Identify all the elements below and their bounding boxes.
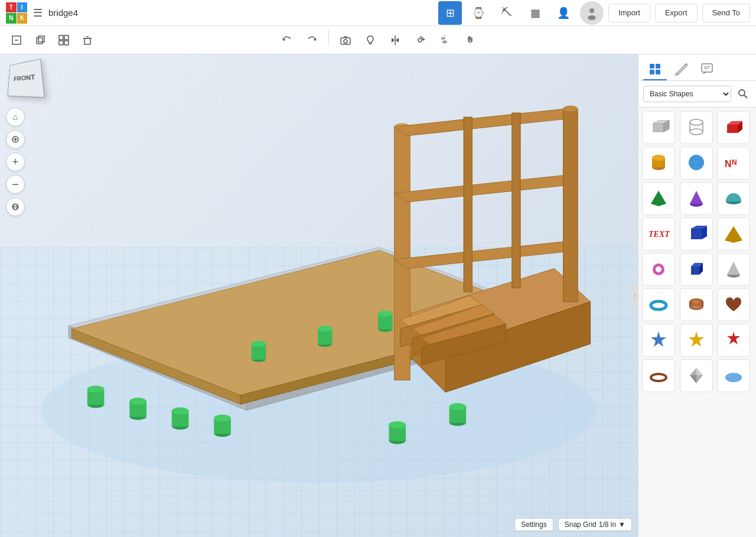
svg-marker-141	[689, 331, 704, 347]
logo-i: I	[17, 2, 28, 13]
collapse-handle[interactable]: ‹	[631, 285, 638, 307]
svg-rect-139	[702, 302, 703, 307]
svg-point-41	[129, 398, 146, 405]
svg-marker-97	[653, 123, 664, 132]
svg-rect-9	[64, 41, 69, 45]
svg-point-100	[690, 119, 703, 125]
delete-button[interactable]	[77, 30, 98, 51]
logo-k: K	[17, 13, 28, 24]
svg-marker-142	[727, 331, 740, 344]
grid-view-button[interactable]: ⊞	[438, 1, 462, 25]
svg-marker-18	[396, 38, 399, 43]
shape-star-red[interactable]	[717, 324, 750, 357]
hand-button[interactable]	[459, 30, 480, 51]
shape-cone-grey[interactable]	[717, 253, 750, 286]
svg-point-137	[692, 300, 700, 304]
svg-marker-132	[727, 262, 740, 275]
svg-point-47	[214, 415, 231, 422]
bulb-button[interactable]	[360, 30, 381, 51]
tab-measure[interactable]	[669, 59, 693, 80]
shape-pyramid-green[interactable]	[642, 182, 675, 215]
shape-text-red[interactable]: TEXT	[642, 217, 675, 250]
shapes-dropdown[interactable]: Basic Shapes	[643, 86, 731, 102]
mirror-button[interactable]	[384, 30, 406, 51]
shape-cone-purple[interactable]	[680, 182, 713, 215]
send-to-button[interactable]: Send To	[702, 4, 750, 22]
user-plus-button[interactable]: 👤	[552, 1, 575, 25]
3d-viewport[interactable]: FRONT ⌂ + −	[0, 54, 638, 537]
secondary-toolbar	[0, 26, 756, 54]
copy-button[interactable]	[30, 30, 51, 51]
shape-star-yellow[interactable]	[680, 324, 713, 357]
svg-marker-71	[395, 109, 578, 136]
export-button[interactable]: Export	[655, 4, 698, 22]
svg-rect-91	[702, 64, 712, 72]
svg-marker-88	[676, 64, 687, 76]
shape-box[interactable]	[642, 111, 675, 144]
shape-pyramid-yellow[interactable]	[717, 217, 750, 250]
svg-rect-21	[441, 37, 445, 40]
shape-half-sphere-teal[interactable]	[717, 182, 750, 215]
align-button[interactable]	[434, 30, 455, 51]
main-area: FRONT ⌂ + −	[0, 54, 756, 537]
shape-star-blue[interactable]	[642, 324, 675, 357]
group-button[interactable]	[53, 30, 74, 51]
svg-text:N: N	[732, 158, 737, 167]
svg-rect-84	[650, 64, 654, 69]
svg-line-89	[676, 73, 677, 74]
project-title[interactable]: bridge4	[48, 8, 78, 18]
shape-cylinder-wire[interactable]	[680, 111, 713, 144]
new-button[interactable]	[6, 30, 27, 51]
snap-grid-arrow[interactable]: ▼	[618, 520, 625, 529]
svg-point-65	[449, 403, 467, 410]
tools-button[interactable]: ⛏	[495, 1, 519, 25]
snap-grid-value: 1/8 in	[599, 520, 616, 529]
svg-rect-77	[512, 113, 520, 288]
svg-point-109	[652, 155, 665, 161]
svg-rect-7	[64, 35, 69, 40]
svg-point-62	[389, 421, 406, 428]
shape-text3d[interactable]: NN	[717, 147, 750, 180]
shapes-grid: NN TEXT	[638, 108, 756, 537]
svg-rect-74	[563, 109, 578, 302]
gallery-button[interactable]: ▦	[523, 1, 547, 25]
shape-torus-pink[interactable]	[642, 253, 675, 286]
shape-prism-blue[interactable]	[680, 217, 713, 250]
svg-point-147	[725, 373, 742, 382]
shape-red-box[interactable]	[717, 111, 750, 144]
svg-rect-8	[59, 41, 63, 45]
shape-tube-brown[interactable]	[680, 288, 713, 321]
shape-ring-brown[interactable]	[642, 359, 675, 392]
rotate-button[interactable]	[409, 30, 431, 51]
shape-gem-grey[interactable]	[680, 359, 713, 392]
svg-marker-72	[395, 175, 578, 202]
redo-button[interactable]	[301, 30, 322, 51]
tab-notes[interactable]	[695, 59, 719, 80]
svg-rect-87	[656, 70, 660, 74]
topbar: T I N K ☰ bridge4 ⊞ ⌚ ⛏ ▦ 👤 Import Expor…	[0, 0, 756, 26]
menu-icon[interactable]: ☰	[33, 6, 43, 19]
shape-torus-blue[interactable]	[642, 288, 675, 321]
shape-lens-blue[interactable]	[717, 359, 750, 392]
undo-button[interactable]	[276, 30, 298, 51]
tab-shapes[interactable]	[643, 59, 667, 80]
search-button[interactable]	[735, 86, 751, 102]
svg-rect-22	[442, 41, 447, 43]
svg-rect-5	[38, 36, 44, 42]
avatar-button[interactable]	[580, 1, 604, 25]
snap-grid-label: Snap Grid	[565, 520, 597, 529]
svg-marker-128	[691, 266, 699, 275]
shape-cube-blue[interactable]	[680, 253, 713, 286]
settings-button[interactable]: Settings	[514, 518, 553, 531]
tinkercad-logo[interactable]: T I N K	[6, 2, 27, 24]
svg-marker-17	[392, 38, 395, 43]
svg-point-127	[656, 266, 662, 272]
shape-sphere[interactable]	[680, 147, 713, 180]
shape-cylinder[interactable]	[642, 147, 675, 180]
shape-heart-brown[interactable]	[717, 288, 750, 321]
activity-button[interactable]: ⌚	[467, 1, 490, 25]
svg-point-44	[172, 407, 189, 414]
camera-button[interactable]	[335, 30, 356, 51]
import-button[interactable]: Import	[608, 4, 650, 22]
svg-marker-73	[395, 242, 578, 269]
